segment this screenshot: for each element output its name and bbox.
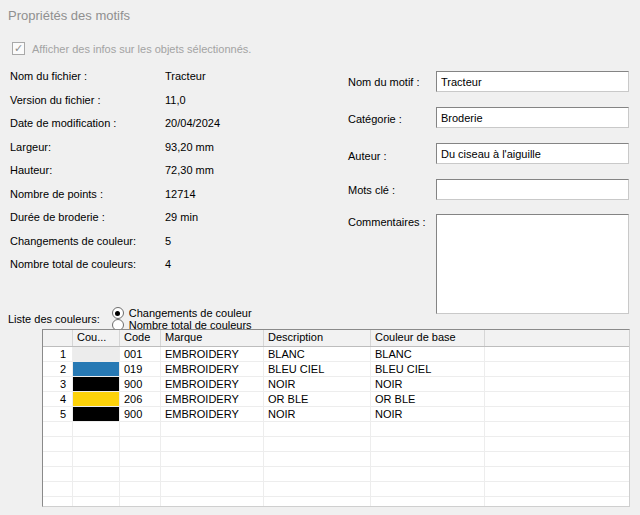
author-field[interactable] xyxy=(436,143,629,164)
row-number: 4 xyxy=(43,392,73,406)
info-row: Nom du fichier :Tracteur xyxy=(10,70,330,94)
info-row: Durée de broderie :29 min xyxy=(10,211,330,235)
code-cell: 019 xyxy=(120,362,161,376)
check-icon: ✓ xyxy=(14,43,23,54)
color-list-label: Liste des couleurs: xyxy=(8,313,100,325)
author-label: Auteur : xyxy=(348,150,387,162)
color-swatch-fill xyxy=(73,362,119,376)
empty-cell xyxy=(120,422,161,436)
info-row: Version du fichier :11,0 xyxy=(10,94,330,118)
column-header[interactable]: Description xyxy=(264,330,371,346)
empty-cell xyxy=(161,437,264,451)
color-swatch-fill xyxy=(73,407,119,421)
column-header[interactable] xyxy=(43,330,73,346)
color-swatch-fill xyxy=(73,377,119,391)
info-row: Date de modification :20/04/2024 xyxy=(10,117,330,141)
info-label: Hauteur: xyxy=(10,164,165,176)
table-row[interactable]: 3900EMBROIDERYNOIRNOIR xyxy=(43,377,629,392)
table-row-empty[interactable] xyxy=(43,482,629,497)
empty-cell xyxy=(43,452,73,466)
empty-cell xyxy=(485,452,629,466)
brand-cell: EMBROIDERY xyxy=(161,347,264,361)
code-cell: 001 xyxy=(120,347,161,361)
empty-cell xyxy=(485,482,629,496)
code-cell: 900 xyxy=(120,407,161,421)
row-number: 5 xyxy=(43,407,73,421)
empty-cell xyxy=(485,362,629,376)
base-color-cell: BLEU CIEL xyxy=(371,362,485,376)
brand-cell: EMBROIDERY xyxy=(161,362,264,376)
color-swatch xyxy=(73,392,120,406)
info-row: Hauteur:72,30 mm xyxy=(10,164,330,188)
column-header[interactable]: Cou... xyxy=(73,330,120,346)
empty-cell xyxy=(43,437,73,451)
code-cell: 900 xyxy=(120,377,161,391)
description-cell: NOIR xyxy=(264,377,371,391)
empty-cell xyxy=(485,467,629,481)
empty-cell xyxy=(371,437,485,451)
table-row[interactable]: 4206EMBROIDERYOR BLEOR BLE xyxy=(43,392,629,407)
info-value: Tracteur xyxy=(165,70,206,82)
column-header[interactable]: Marque xyxy=(161,330,264,346)
empty-cell xyxy=(161,482,264,496)
info-value: 5 xyxy=(165,235,171,247)
column-header[interactable]: Code xyxy=(120,330,161,346)
empty-cell xyxy=(371,422,485,436)
radio-color-changes[interactable]: Changements de couleur xyxy=(112,307,252,319)
design-name-field[interactable] xyxy=(436,71,629,92)
info-row: Largeur:93,20 mm xyxy=(10,141,330,165)
info-value: 12714 xyxy=(165,188,196,200)
table-row-empty[interactable] xyxy=(43,452,629,467)
table-row[interactable]: 1001EMBROIDERYBLANCBLANC xyxy=(43,347,629,362)
description-cell: OR BLE xyxy=(264,392,371,406)
table-row[interactable]: 2019EMBROIDERYBLEU CIELBLEU CIEL xyxy=(43,362,629,377)
info-label: Largeur: xyxy=(10,141,165,153)
color-swatch-fill xyxy=(73,392,119,406)
empty-cell xyxy=(264,422,371,436)
color-table-header: Cou...CodeMarqueDescriptionCouleur de ba… xyxy=(43,330,629,347)
empty-cell xyxy=(371,482,485,496)
keywords-field[interactable] xyxy=(436,179,629,200)
empty-cell xyxy=(161,497,264,507)
base-color-cell: BLANC xyxy=(371,347,485,361)
table-row-empty[interactable] xyxy=(43,437,629,452)
color-swatch xyxy=(73,407,120,421)
empty-cell xyxy=(264,497,371,507)
description-cell: BLEU CIEL xyxy=(264,362,371,376)
empty-cell xyxy=(264,452,371,466)
design-properties-panel: Propriétés des motifs ✓ Afficher des inf… xyxy=(0,0,640,515)
info-value: 4 xyxy=(165,258,171,270)
column-header[interactable] xyxy=(485,330,629,346)
empty-cell xyxy=(120,497,161,507)
empty-cell xyxy=(120,437,161,451)
empty-cell xyxy=(371,467,485,481)
show-selected-objects-checkbox[interactable]: ✓ xyxy=(12,42,25,55)
info-row: Nombre de points :12714 xyxy=(10,188,330,212)
column-header[interactable]: Couleur de base xyxy=(371,330,485,346)
comments-label: Commentaires : xyxy=(348,216,426,228)
checkbox-label: Afficher des infos sur les objets sélect… xyxy=(32,43,251,55)
empty-cell xyxy=(485,377,629,391)
empty-cell xyxy=(161,422,264,436)
empty-cell xyxy=(371,497,485,507)
radio-dot xyxy=(115,311,120,316)
table-row-empty[interactable] xyxy=(43,497,629,507)
table-row[interactable]: 5900EMBROIDERYNOIRNOIR xyxy=(43,407,629,422)
info-row: Nombre total de couleurs:4 xyxy=(10,258,330,282)
color-table: Cou...CodeMarqueDescriptionCouleur de ba… xyxy=(42,329,630,507)
info-value: 11,0 xyxy=(165,94,186,106)
color-swatch xyxy=(73,377,120,391)
base-color-cell: NOIR xyxy=(371,377,485,391)
empty-cell xyxy=(73,422,120,436)
empty-cell xyxy=(485,407,629,421)
table-row-empty[interactable] xyxy=(43,467,629,482)
base-color-cell: OR BLE xyxy=(371,392,485,406)
comments-field[interactable] xyxy=(436,214,629,314)
info-value: 72,30 mm xyxy=(165,164,214,176)
table-row-empty[interactable] xyxy=(43,422,629,437)
row-number: 2 xyxy=(43,362,73,376)
design-name-label: Nom du motif : xyxy=(348,76,420,88)
empty-cell xyxy=(73,452,120,466)
category-field[interactable] xyxy=(436,107,629,128)
empty-cell xyxy=(120,452,161,466)
